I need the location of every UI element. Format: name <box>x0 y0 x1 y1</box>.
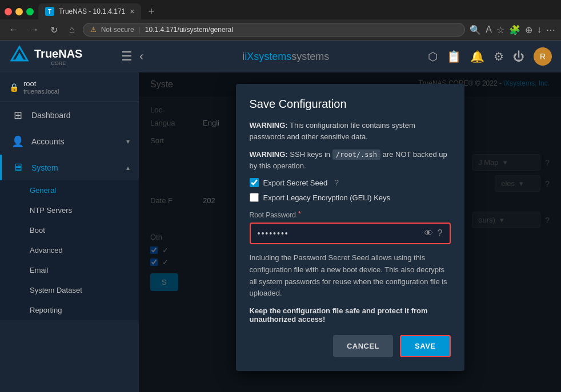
sidebar: 🔒 root truenas.local ⊞ Dashboard 👤 Accou… <box>0 72 139 392</box>
save-button[interactable]: SAVE <box>400 335 450 357</box>
sidebar-item-system[interactable]: 🖥 System ▴ <box>0 155 139 180</box>
topbar-icons: ⬡ 📋 🔔 ⚙ ⏻ R <box>428 47 552 66</box>
warning2: WARNING: SSH keys in /root/.ssh are NOT … <box>250 149 451 171</box>
translate-icon[interactable]: A <box>486 25 492 35</box>
user-lock-icon: 🔒 <box>9 83 19 92</box>
new-tab-button[interactable]: + <box>143 6 159 18</box>
export-legacy-label: Export Legacy Encryption (GELI) Keys <box>263 193 391 202</box>
clipboard-icon[interactable]: 📋 <box>447 50 461 63</box>
sidebar-item-system-label: System <box>31 163 119 172</box>
user-info: root truenas.local <box>23 79 59 95</box>
logo-area: TrueNAS CORE <box>9 45 112 69</box>
sidebar-item-dashboard[interactable]: ⊞ Dashboard <box>0 102 139 128</box>
tab-close-icon[interactable]: × <box>130 7 134 16</box>
export-seed-label: Export Secret Seed <box>263 179 328 187</box>
power-icon[interactable]: ⏻ <box>513 50 524 63</box>
password-label-row: Root Password * <box>250 210 451 220</box>
warning2-bold: WARNING: <box>250 150 288 159</box>
extensions-icon[interactable]: 🧩 <box>509 25 520 35</box>
sidebar-item-accounts[interactable]: 👤 Accounts ▾ <box>0 128 139 155</box>
sidebar-item-dashboard-label: Dashboard <box>31 111 130 120</box>
win-close-btn[interactable] <box>5 8 12 15</box>
sub-nav-advanced[interactable]: Advanced <box>0 240 139 260</box>
system-icon: 🖥 <box>11 161 25 173</box>
more-options-icon[interactable]: ⋯ <box>546 25 555 35</box>
reload-button[interactable]: ↻ <box>47 23 61 37</box>
topbar-center: iiXsystemssystems <box>153 51 419 63</box>
password-field-group: Root Password * 👁 ? <box>250 210 451 244</box>
password-help-icon[interactable]: ? <box>438 228 443 239</box>
user-avatar[interactable]: R <box>534 47 552 66</box>
browser-actions: 🔍 A ☆ 🧩 ⊕ ↓ ⋯ <box>470 25 555 35</box>
win-min-btn[interactable] <box>15 8 23 15</box>
user-section: 🔒 root truenas.local <box>0 72 139 102</box>
dialog-title: Save Configuration <box>250 98 451 111</box>
search-icon[interactable]: 🔍 <box>470 25 481 35</box>
download-icon[interactable]: ↓ <box>537 25 542 35</box>
password-label-text: Root Password <box>250 211 296 219</box>
security-text: Not secure <box>101 26 134 34</box>
url-text: 10.1.4.171/ui/system/general <box>145 26 233 34</box>
user-host: truenas.local <box>23 88 59 95</box>
password-input[interactable] <box>258 229 419 238</box>
export-legacy-checkbox[interactable] <box>250 193 259 202</box>
warning2-text: SSH keys in <box>290 150 330 159</box>
tab-title: TrueNAS - 10.1.4.171 <box>59 7 125 15</box>
export-seed-checkbox[interactable] <box>250 178 259 187</box>
dialog-actions: CANCEL SAVE <box>250 335 451 357</box>
datacenter-icon[interactable]: ⬡ <box>428 50 438 63</box>
info-text: Including the Password Secret Seed allow… <box>250 252 451 300</box>
browser-tab-active[interactable]: T TrueNAS - 10.1.4.171 × <box>38 3 141 19</box>
system-chevron-up-icon: ▴ <box>126 164 130 172</box>
password-required-star: * <box>298 210 301 218</box>
main-content: Syste TrueNAS CORE® © 2022 - iXsystems, … <box>139 72 561 392</box>
accounts-icon: 👤 <box>11 135 25 148</box>
ssh-path-badge: /root/.ssh <box>332 149 380 160</box>
notification-bell-icon[interactable]: 🔔 <box>470 50 484 63</box>
win-max-btn[interactable] <box>26 8 34 15</box>
warning1-bold: WARNING: <box>250 121 288 130</box>
sub-nav-boot[interactable]: Boot <box>0 220 139 240</box>
settings-gear-icon[interactable]: ⚙ <box>494 50 504 63</box>
logo-core: CORE <box>34 60 82 66</box>
sidebar-item-accounts-label: Accounts <box>31 137 119 146</box>
topbar: TrueNAS CORE ☰ ‹ iiXsystemssystems ⬡ 📋 🔔… <box>0 41 561 72</box>
accounts-chevron-right-icon: ▾ <box>126 138 130 146</box>
system-sub-nav: General NTP Servers Boot Advanced Email … <box>0 180 139 320</box>
sub-nav-ntp[interactable]: NTP Servers <box>0 200 139 220</box>
tab-favicon: T <box>45 7 54 16</box>
export-seed-row: Export Secret Seed ? <box>250 178 451 187</box>
address-bar[interactable]: ⚠ Not secure | 10.1.4.171/ui/system/gene… <box>83 23 466 37</box>
sub-nav-email[interactable]: Email <box>0 260 139 280</box>
sub-nav-reporting[interactable]: Reporting <box>0 300 139 320</box>
brand-name: iiXsystemssystems <box>242 51 329 63</box>
dashboard-icon: ⊞ <box>11 109 25 122</box>
logo-text-group: TrueNAS CORE <box>34 47 82 66</box>
back-button[interactable]: ← <box>6 23 22 36</box>
export-seed-help-icon[interactable]: ? <box>334 178 339 187</box>
sub-nav-general[interactable]: General <box>0 180 139 200</box>
menu-hamburger-icon[interactable]: ☰ <box>121 49 133 64</box>
topbar-nav: ☰ ‹ <box>121 49 143 64</box>
warning1: WARNING: This configuration file contain… <box>250 120 451 142</box>
cancel-button[interactable]: CANCEL <box>333 335 393 357</box>
export-legacy-row: Export Legacy Encryption (GELI) Keys <box>250 193 451 202</box>
truenas-logo-icon <box>9 45 30 69</box>
logo-truenas: TrueNAS <box>34 47 82 60</box>
profile-icon[interactable]: ⊕ <box>525 25 532 35</box>
sub-nav-system-dataset[interactable]: System Dataset <box>0 280 139 300</box>
input-icons: 👁 ? <box>424 228 443 239</box>
save-config-dialog: Save Configuration WARNING: This configu… <box>236 84 464 371</box>
keep-safe-warning: Keep the configuration file safe and pro… <box>250 306 451 324</box>
back-nav-icon[interactable]: ‹ <box>139 49 143 64</box>
hide-password-icon[interactable]: 👁 <box>424 228 433 239</box>
security-warning: ⚠ <box>90 26 97 34</box>
forward-button[interactable]: → <box>26 23 42 36</box>
dialog-overlay: Save Configuration WARNING: This configu… <box>139 72 561 392</box>
username: root <box>23 79 59 88</box>
password-input-wrapper[interactable]: 👁 ? <box>250 223 451 244</box>
bookmark-icon[interactable]: ☆ <box>496 25 504 35</box>
home-button[interactable]: ⌂ <box>66 23 78 36</box>
